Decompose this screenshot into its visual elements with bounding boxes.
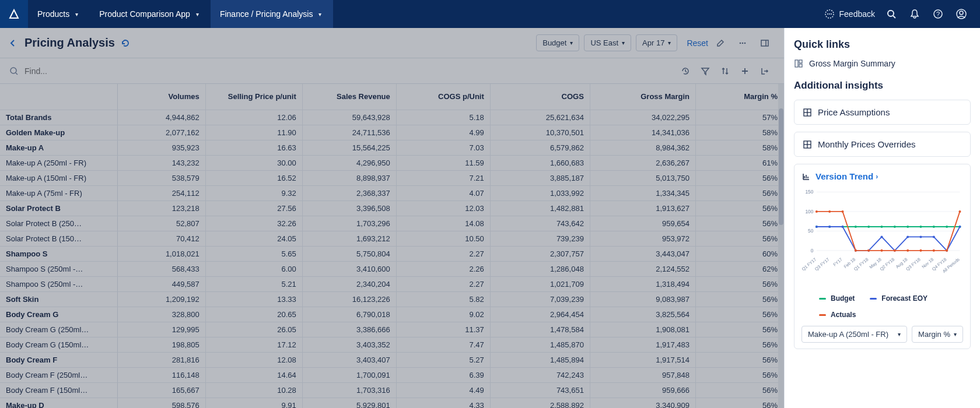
cell[interactable]: 2.27 <box>396 276 490 291</box>
cell[interactable]: 1,703,316 <box>302 382 396 398</box>
cell[interactable]: 3,403,407 <box>302 352 396 367</box>
row-header[interactable]: Solar Protect B <box>0 201 117 216</box>
row-header[interactable]: Body Cream F (250ml… <box>0 367 117 382</box>
table-row[interactable]: Solar Protect B123,21827.563,396,50812.0… <box>0 201 784 216</box>
cell[interactable]: 16,123,226 <box>302 291 396 307</box>
cell[interactable]: 32.26 <box>205 216 302 231</box>
cell[interactable]: 14.64 <box>205 367 302 382</box>
cell[interactable]: 959,654 <box>590 216 695 231</box>
cell[interactable]: 143,232 <box>117 155 205 170</box>
cell[interactable]: 957,848 <box>590 367 695 382</box>
more-icon[interactable] <box>733 33 752 53</box>
chart-title-link[interactable]: Version Trend › <box>802 171 963 181</box>
table-row[interactable]: Make-up A (75ml - FR)254,1129.322,368,33… <box>0 185 784 201</box>
cell[interactable]: 1,917,514 <box>590 352 695 367</box>
cell[interactable]: 1,018,021 <box>117 246 205 261</box>
row-header[interactable]: Body Cream G (150ml… <box>0 337 117 352</box>
row-header[interactable]: Make-up A (75ml - FR) <box>0 185 117 201</box>
table-row[interactable]: Body Cream F281,81612.083,403,4075.271,4… <box>0 352 784 367</box>
cell[interactable]: 12.06 <box>205 110 302 125</box>
cell[interactable]: 4.33 <box>396 398 490 408</box>
cell[interactable]: 3,396,508 <box>302 201 396 216</box>
cell[interactable]: 935,923 <box>117 140 205 155</box>
cell[interactable]: 10.28 <box>205 382 302 398</box>
cell[interactable]: 2,588,892 <box>490 398 590 408</box>
add-icon[interactable] <box>735 61 755 81</box>
chart-select-metric[interactable]: Margin %▾ <box>912 326 963 343</box>
column-header[interactable]: Gross Margin <box>590 84 695 110</box>
cell[interactable]: 56% <box>696 231 784 246</box>
cell[interactable]: 13.33 <box>205 291 302 307</box>
insight-price-assumptions[interactable]: Price Assumptions <box>794 100 971 125</box>
cell[interactable]: 5,013,750 <box>590 170 695 185</box>
insight-monthly-overrides[interactable]: Monthly Prices Overrides <box>794 132 971 157</box>
cell[interactable]: 10,370,501 <box>490 125 590 140</box>
feedback-button[interactable]: Feedback <box>824 9 875 19</box>
cell[interactable]: 7.21 <box>396 170 490 185</box>
cell[interactable]: 4,944,862 <box>117 110 205 125</box>
breadcrumb-page[interactable]: Finance / Pricing Analysis ▾ <box>211 0 334 28</box>
cell[interactable]: 281,816 <box>117 352 205 367</box>
cell[interactable]: 5.65 <box>205 246 302 261</box>
cell[interactable]: 5,750,804 <box>302 246 396 261</box>
cell[interactable]: 56% <box>696 291 784 307</box>
cell[interactable]: 1,660,683 <box>490 155 590 170</box>
cell[interactable]: 1,286,048 <box>490 261 590 276</box>
cell[interactable]: 739,239 <box>490 231 590 246</box>
cell[interactable]: 16.63 <box>205 140 302 155</box>
cell[interactable]: 56% <box>696 276 784 291</box>
cell[interactable]: 70,412 <box>117 231 205 246</box>
chart-select-product[interactable]: Make-up A (250ml - FR)▾ <box>802 326 907 343</box>
cell[interactable]: 6,790,018 <box>302 307 396 322</box>
cell[interactable]: 12.08 <box>205 352 302 367</box>
table-row[interactable]: Body Cream F (150ml…165,66710.281,703,31… <box>0 382 784 398</box>
cell[interactable]: 1,917,483 <box>590 337 695 352</box>
row-header[interactable]: Make-up A (250ml - FR) <box>0 155 117 170</box>
cell[interactable]: 1,485,894 <box>490 352 590 367</box>
cell[interactable]: 328,800 <box>117 307 205 322</box>
cell[interactable]: 8,898,937 <box>302 170 396 185</box>
row-header[interactable]: Shampoo S (250ml -… <box>0 261 117 276</box>
row-header[interactable]: Golden Make-up <box>0 125 117 140</box>
cell[interactable]: 4.07 <box>396 185 490 201</box>
cell[interactable]: 61% <box>696 155 784 170</box>
column-header[interactable]: Margin % <box>696 84 784 110</box>
table-row[interactable]: Solar Protect B (250…52,80732.261,703,29… <box>0 216 784 231</box>
cell[interactable]: 24.05 <box>205 231 302 246</box>
cell[interactable]: 62% <box>696 261 784 276</box>
user-icon[interactable] <box>950 2 973 26</box>
cell[interactable]: 538,579 <box>117 170 205 185</box>
cell[interactable]: 17.12 <box>205 337 302 352</box>
cell[interactable]: 6.39 <box>396 367 490 382</box>
row-header[interactable]: Body Cream G <box>0 307 117 322</box>
cell[interactable]: 1,033,992 <box>490 185 590 201</box>
cell[interactable]: 26.05 <box>205 322 302 337</box>
cell[interactable]: 52,807 <box>117 216 205 231</box>
cell[interactable]: 6.00 <box>205 261 302 276</box>
cell[interactable]: 3,340,909 <box>590 398 695 408</box>
cell[interactable]: 129,995 <box>117 322 205 337</box>
row-header[interactable]: Body Cream G (250ml… <box>0 322 117 337</box>
cell[interactable]: 3,410,600 <box>302 261 396 276</box>
export-icon[interactable] <box>755 61 775 81</box>
cell[interactable]: 7.47 <box>396 337 490 352</box>
cell[interactable]: 5.82 <box>396 291 490 307</box>
cell[interactable]: 5,929,801 <box>302 398 396 408</box>
cell[interactable]: 598,576 <box>117 398 205 408</box>
cell[interactable]: 4.99 <box>396 125 490 140</box>
cell[interactable]: 1,478,584 <box>490 322 590 337</box>
cell[interactable]: 7.03 <box>396 140 490 155</box>
cell[interactable]: 8,984,362 <box>590 140 695 155</box>
cell[interactable]: 24,711,536 <box>302 125 396 140</box>
cell[interactable]: 58% <box>696 140 784 155</box>
cell[interactable]: 1,693,212 <box>302 231 396 246</box>
cell[interactable]: 1,908,081 <box>590 322 695 337</box>
cell[interactable]: 11.90 <box>205 125 302 140</box>
panel-toggle-icon[interactable] <box>755 33 775 53</box>
cell[interactable]: 1,913,627 <box>590 201 695 216</box>
cell[interactable]: 1,318,494 <box>590 276 695 291</box>
column-header[interactable]: Sales Revenue <box>302 84 396 110</box>
cell[interactable]: 34,022,295 <box>590 110 695 125</box>
cell[interactable]: 1,703,296 <box>302 216 396 231</box>
cell[interactable]: 56% <box>696 352 784 367</box>
